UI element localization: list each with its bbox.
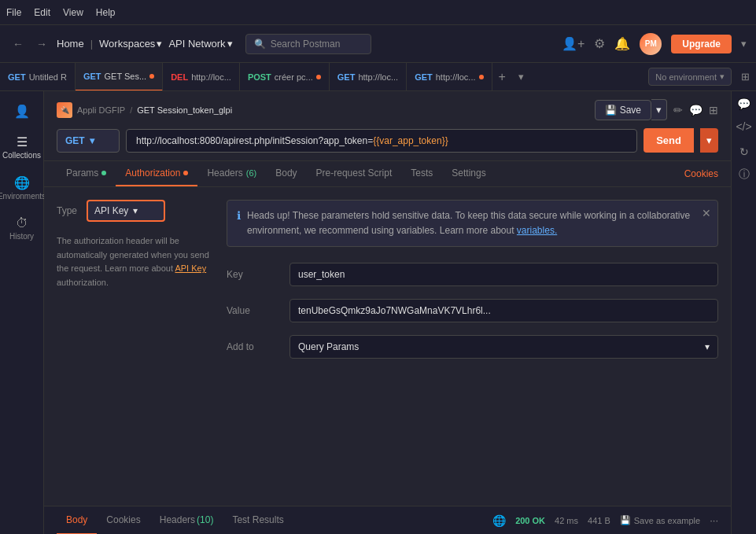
tab-label-2: http://loc... [191,72,231,82]
bottom-tab-headers[interactable]: Headers (10) [150,506,223,535]
bottom-tab-body[interactable]: Body [57,506,97,535]
panel-icon[interactable]: ⊞ [709,104,718,116]
variables-link[interactable]: variables. [517,225,557,236]
bottom-tab-test-results[interactable]: Test Results [223,506,293,535]
globe-icon: 🌐 [492,514,506,527]
request-tabs: Params Authorization Headers (6) Body Pr… [44,161,731,187]
tab-dot-5 [479,75,484,79]
account-icon: 👤 [14,104,30,119]
right-panel-info-icon[interactable]: ⓘ [739,168,750,182]
save-example-button[interactable]: 💾 Save as example [620,515,700,525]
api-network-menu[interactable]: API Network ▾ [168,38,232,50]
breadcrumb-actions: 💾 Save ▾ ✏ 💬 ⊞ [595,99,718,120]
home-link[interactable]: Home [57,38,84,50]
menu-help[interactable]: Help [96,7,116,18]
invite-icon[interactable]: 👤+ [562,36,585,51]
tab-0[interactable]: GET Untitled R [0,63,76,91]
tab-label-3: créer pc... [275,72,313,82]
sidebar-item-environments[interactable]: 🌐 Environments [3,169,41,207]
key-label: Key [227,269,289,280]
value-label: Value [227,305,289,316]
tab-tests[interactable]: Tests [401,161,442,186]
right-panel-refresh-icon[interactable]: ↻ [739,145,749,158]
add-to-label: Add to [227,341,289,352]
tab-label-5: http://loc... [436,72,476,82]
bottom-tab-cookies[interactable]: Cookies [97,506,149,535]
tab-method-del: DEL [171,72,188,82]
info-banner: ℹ Heads up! These parameters hold sensit… [227,200,718,247]
info-close-button[interactable]: ✕ [702,207,711,219]
url-param: {{var_app_token}} [373,135,448,146]
url-bar: GET ▾ http://localhost:8080/apirest.php/… [57,128,718,153]
avatar[interactable]: PM [640,33,662,55]
menu-file[interactable]: File [6,7,21,18]
upgrade-button[interactable]: Upgrade [671,35,732,53]
active-underline [116,185,197,186]
cookies-link[interactable]: Cookies [684,168,718,179]
type-row: Type API Key ▾ [57,200,214,222]
collections-icon: ☰ [17,134,28,149]
right-panel-comment-icon[interactable]: 💬 [738,98,750,111]
key-input[interactable] [289,263,718,286]
right-panel-icon[interactable]: ⊞ [735,71,756,83]
tab-params[interactable]: Params [57,161,116,186]
environment-selector[interactable]: No environment ▾ [648,68,732,86]
add-to-select[interactable]: Query Params ▾ [289,335,718,359]
upgrade-arrow[interactable]: ▾ [741,38,747,50]
environments-icon: 🌐 [14,175,30,190]
send-dropdown-button[interactable]: ▾ [700,128,718,153]
collection-icon: 🔌 [57,102,72,118]
tab-headers[interactable]: Headers (6) [197,161,266,186]
sidebar-item-account[interactable]: 👤 [3,98,41,125]
send-button[interactable]: Send [644,128,694,153]
save-button[interactable]: 💾 Save [595,100,651,120]
menu-edit[interactable]: Edit [34,7,50,18]
sidebar-item-history[interactable]: ⏱ History [3,210,41,247]
method-select[interactable]: GET ▾ [57,129,120,153]
tab-dropdown-button[interactable]: ▾ [512,71,530,83]
sidebar-item-collections[interactable]: ☰ Collections [3,128,41,166]
menu-view[interactable]: View [63,7,83,18]
sidebar-collections-label: Collections [2,151,41,160]
back-button[interactable]: ← [9,35,27,53]
tab-2[interactable]: DEL http://loc... [163,63,240,91]
sidebar-item-plugins[interactable]: ⊞ [3,528,41,534]
workspaces-menu[interactable]: Workspaces ▾ [99,38,162,50]
tab-body[interactable]: Body [266,161,306,186]
tab-3[interactable]: POST créer pc... [240,63,330,91]
right-panel-code-icon[interactable]: </> [736,120,751,133]
comment-icon[interactable]: 💬 [689,104,703,116]
auth-content: Type API Key ▾ The authorization header … [44,187,731,384]
method-arrow: ▾ [90,135,94,146]
bell-icon[interactable]: 🔔 [614,36,630,51]
settings-icon[interactable]: ⚙ [594,36,605,51]
url-input[interactable]: http://localhost:8080/apirest.php/initSe… [126,129,637,153]
tab-5[interactable]: GET http://loc... [407,63,492,91]
tab-4[interactable]: GET http://loc... [330,63,407,91]
tab-pre-request[interactable]: Pre-request Script [307,161,402,186]
api-key-link[interactable]: API Key [175,263,206,273]
params-dot [101,171,106,175]
save-icon: 💾 [605,105,617,116]
info-icon: ℹ [237,209,241,222]
tab-settings[interactable]: Settings [442,161,495,186]
tab-1[interactable]: GET GET Ses... [76,63,163,91]
forward-button[interactable]: → [33,35,50,53]
search-bar[interactable]: 🔍 Search Postman [245,34,371,54]
bottom-tabs: Body Cookies Headers (10) Test Results 🌐… [44,506,731,534]
edit-icon[interactable]: ✏ [673,104,683,116]
sidebar-environments-label: Environments [0,192,46,201]
save-group: 💾 Save ▾ [595,99,667,120]
add-to-row: Add to Query Params ▾ [227,335,718,359]
add-tab-button[interactable]: + [492,70,512,84]
tab-dot-1 [149,74,154,79]
tab-label-1: GET Ses... [105,72,147,81]
type-select[interactable]: API Key ▾ [87,200,165,222]
save-dropdown-button[interactable]: ▾ [651,99,667,120]
value-input[interactable] [289,299,718,322]
more-options-button[interactable]: ··· [710,514,718,526]
tab-method-get-4: GET [337,72,356,82]
tab-authorization[interactable]: Authorization [116,161,197,186]
status-bar: 🌐 200 OK 42 ms 441 B 💾 Save as example ·… [492,514,718,527]
info-text: Heads up! These parameters hold sensitiv… [247,208,708,238]
